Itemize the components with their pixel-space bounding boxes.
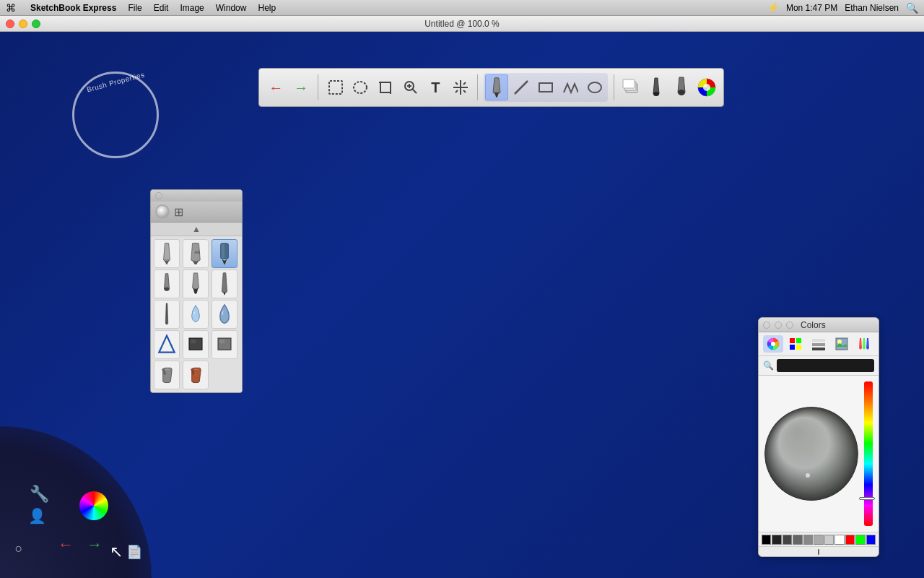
brush-panel-titlebar[interactable] [151, 190, 242, 202]
swatch-green[interactable] [855, 535, 865, 545]
brush-a-button[interactable] [645, 74, 668, 100]
svg-marker-33 [159, 336, 174, 353]
lasso-select-button[interactable] [349, 74, 372, 100]
close-button[interactable] [6, 20, 14, 28]
color-wheel-button[interactable] [695, 74, 718, 100]
window-menu[interactable]: Window [216, 3, 247, 13]
line-tool-button[interactable] [510, 74, 533, 100]
swatch-1[interactable] [772, 535, 781, 545]
color-grid-tab[interactable] [786, 335, 806, 353]
swatch-white[interactable] [834, 535, 844, 545]
brush-tool-box-gray[interactable] [212, 330, 237, 359]
svg-text:AE: AE [194, 249, 200, 254]
brush-tool-bucket1[interactable] [154, 361, 180, 389]
brush-panel-close[interactable] [155, 192, 162, 199]
svg-point-18 [588, 82, 601, 92]
svg-line-13 [456, 90, 458, 92]
swatch-red[interactable] [845, 535, 855, 545]
brush-tool-marker[interactable] [212, 239, 237, 268]
colors-search-icon: 🔍 [763, 361, 774, 371]
svg-rect-48 [812, 348, 825, 350]
swatch-6[interactable] [824, 535, 834, 545]
swatch-blue[interactable] [866, 535, 876, 545]
redo-bottom-button[interactable]: → [83, 533, 106, 556]
brush-tool-ink1[interactable] [154, 269, 180, 298]
apple-menu[interactable]: ⌘ [6, 2, 16, 14]
color-crayons-tab[interactable] [854, 335, 874, 353]
image-menu[interactable]: Image [180, 3, 204, 13]
colors-search: 🔍 [759, 356, 879, 376]
svg-rect-43 [796, 338, 801, 343]
hue-slider[interactable] [864, 381, 873, 526]
brush-tool-pencil2[interactable]: AE [183, 239, 209, 268]
color-wheel-button-2[interactable] [79, 491, 108, 520]
file-menu[interactable]: File [128, 3, 141, 13]
app-name-menu[interactable]: SketchBook Express [30, 3, 116, 13]
brush-tool-waterdrop[interactable] [212, 300, 237, 329]
time-display: Mon 1:47 PM [786, 3, 837, 13]
crop-button[interactable] [375, 74, 397, 100]
color-image-tab[interactable] [832, 335, 852, 353]
color-picker-wheel[interactable] [764, 381, 858, 526]
brush-tool-triangle[interactable] [154, 330, 180, 359]
brush-tool-drop1[interactable] [183, 300, 209, 329]
transform-button[interactable] [450, 74, 472, 100]
canvas-area[interactable]: Brush Properties ← → [0, 32, 924, 578]
swatch-4[interactable] [803, 535, 813, 545]
swatch-black[interactable] [762, 535, 771, 545]
brush-grid-icon[interactable]: ⊞ [174, 205, 183, 219]
zoom-button[interactable] [399, 74, 422, 100]
colors-min[interactable] [775, 322, 782, 329]
svg-rect-17 [539, 83, 552, 92]
search-icon[interactable]: 🔍 [906, 2, 918, 14]
window-title: Untitled @ 100.0 % [424, 19, 500, 29]
undo-button[interactable]: ← [265, 74, 287, 100]
swatch-2[interactable] [783, 535, 792, 545]
svg-point-32 [164, 287, 169, 290]
minimize-button[interactable] [19, 20, 27, 28]
text-button[interactable]: T [424, 74, 447, 100]
color-wheel-tab[interactable] [763, 335, 783, 353]
color-palette-tab[interactable] [808, 335, 829, 353]
brush-tool-box-dark[interactable] [183, 330, 209, 359]
colors-close[interactable] [763, 322, 770, 329]
svg-rect-35 [191, 340, 196, 343]
pencil-tool-button[interactable] [485, 74, 508, 100]
profile-button[interactable]: 👤 [25, 504, 48, 527]
rect-tool-button[interactable] [534, 74, 557, 100]
doc-button[interactable]: 📄 [123, 540, 146, 564]
zigzag-tool-button[interactable] [559, 74, 582, 100]
svg-rect-0 [329, 81, 342, 94]
colors-indicator [818, 549, 819, 555]
brush-tool-thin[interactable] [154, 300, 180, 329]
circle-icon[interactable]: ○ [7, 537, 30, 560]
brush-b-button[interactable] [671, 74, 693, 100]
undo-bottom-button[interactable]: ← [54, 533, 77, 556]
brush-panel-scroll-up[interactable]: ▲ [151, 223, 242, 236]
help-menu[interactable]: Help [258, 3, 276, 13]
colors-swatches-row [759, 532, 879, 546]
user-name: Ethan Nielsen [845, 3, 899, 13]
colors-title: Colors [801, 320, 826, 330]
ellipse-tool-button[interactable] [583, 74, 606, 100]
layers-button[interactable] [620, 74, 642, 100]
left-toolbar: 🔧 👤 ↖ ○ ← → 📄 [0, 426, 152, 578]
svg-rect-31 [222, 244, 225, 259]
redo-button[interactable]: → [290, 74, 313, 100]
drawing-tools-group [484, 73, 608, 102]
rect-select-button[interactable] [324, 74, 346, 100]
colors-search-input[interactable] [777, 359, 874, 372]
brush-tool-ink2[interactable] [183, 269, 209, 298]
brush-tools-grid: AE [151, 236, 242, 392]
colors-max[interactable] [786, 322, 793, 329]
brush-tool-bucket2[interactable] [183, 361, 209, 389]
swatch-5[interactable] [814, 535, 823, 545]
wrench-button[interactable]: 🔧 [27, 483, 51, 506]
brush-tool-ink3[interactable] [212, 269, 237, 298]
edit-menu[interactable]: Edit [154, 3, 169, 13]
swatch-3[interactable] [793, 535, 802, 545]
brush-properties-circle: Brush Properties [72, 72, 159, 158]
maximize-button[interactable] [32, 20, 40, 28]
brush-panel-controls: ⊞ [151, 202, 242, 223]
brush-tool-pencil1[interactable] [154, 239, 180, 268]
